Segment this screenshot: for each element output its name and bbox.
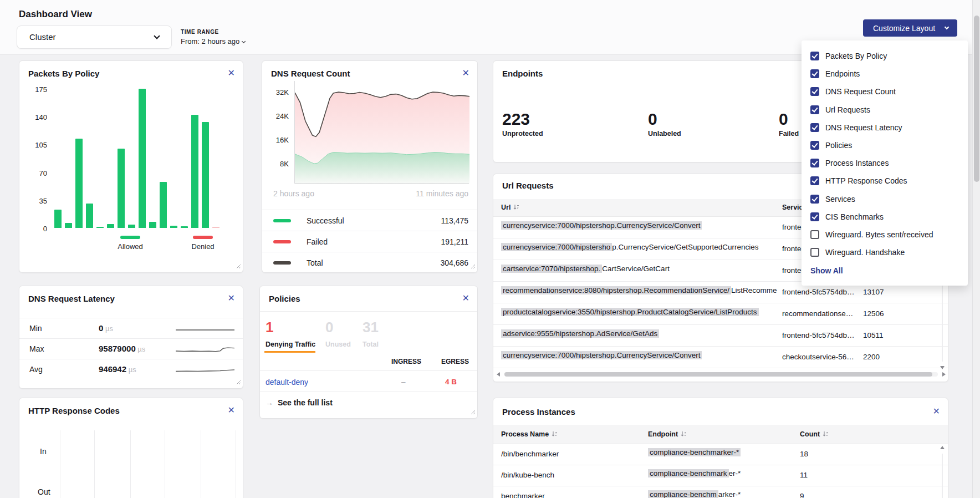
active-stat-underline: [264, 351, 315, 353]
checkbox-checked-icon[interactable]: [810, 159, 819, 167]
menu-item-label: Packets By Policy: [825, 52, 887, 60]
divider: [260, 311, 477, 312]
legend-swatch-total: [273, 261, 291, 265]
page-title: Dashboard View: [19, 9, 92, 20]
see-full-list-link[interactable]: →See the full list: [266, 398, 333, 407]
checkbox-checked-icon[interactable]: [810, 212, 819, 221]
chevron-down-icon: [154, 33, 160, 39]
table-row[interactable]: adservice:9555/hipstershop.AdService/Get…: [493, 325, 948, 347]
resize-handle-icon[interactable]: [236, 377, 241, 387]
table-row[interactable]: /bin/kube-benchcompliance-benchmarker-*1…: [493, 465, 948, 486]
x-axis-label-start: 2 hours ago: [273, 189, 314, 198]
time-range-value[interactable]: From: 2 hours ago: [181, 37, 245, 45]
column-header-endpoint[interactable]: Endpoint: [648, 430, 687, 439]
policy-link-default-deny[interactable]: default-deny: [266, 378, 308, 387]
count-cell: 10511: [863, 331, 902, 339]
table-row[interactable]: productcatalogservice:3550/hipstershop.P…: [493, 303, 948, 325]
url-highlight: currencyservice:7000/hipstershop.Currenc…: [501, 221, 702, 230]
page-scrollbar[interactable]: [972, 0, 980, 498]
endpoint-highlight: compliance-benchmarker-*: [648, 448, 741, 456]
customize-layout-label: Customize Layout: [873, 24, 935, 33]
checkbox-checked-icon[interactable]: [810, 141, 819, 150]
endpoint-highlight: compliance-benchm: [648, 490, 718, 498]
card-process-instances: Process Instances ✕ Process NameEndpoint…: [493, 398, 948, 498]
gridline: [201, 430, 201, 498]
count-cell: 18: [800, 450, 839, 458]
checkbox-checked-icon[interactable]: [810, 176, 819, 185]
count-cell: 11: [800, 471, 839, 479]
resize-handle-icon[interactable]: [471, 261, 476, 271]
card-packets-by-policy: Packets By Policy ✕ 17514010570350 Allow…: [19, 60, 243, 273]
checkbox-unchecked-icon[interactable]: [810, 230, 819, 239]
table-row[interactable]: /bin/benchmarkercompliance-benchmarker-*…: [493, 444, 948, 465]
table-row[interactable]: benchmarkercompliance-benchmarker-*9: [493, 486, 948, 498]
stat-value: 0: [779, 110, 799, 129]
url-cell: currencyservice:7000/hipstershop.Currenc…: [501, 243, 777, 251]
divider: [260, 392, 477, 392]
scrollbar-thumb[interactable]: [504, 372, 932, 377]
legend-row: Failed191,211: [262, 231, 477, 252]
menu-item-label: HTTP Response Codes: [825, 176, 907, 185]
checkbox-checked-icon[interactable]: [810, 105, 819, 114]
count-cell: 13107: [863, 288, 902, 296]
checkbox-checked-icon[interactable]: [810, 195, 819, 204]
url-highlight: productcatalogservice:3550/hipstershop.P…: [501, 308, 759, 316]
scrollbar-thumb[interactable]: [974, 16, 979, 182]
menu-item-label: Process Instances: [825, 159, 889, 167]
process-table-vertical-scrollbar[interactable]: [940, 446, 945, 498]
policy-egress-value: 4 B: [445, 378, 457, 386]
bar-allowed: [75, 139, 83, 228]
y-axis-tick-label: 8K: [263, 160, 289, 168]
scroll-left-arrow-icon[interactable]: [497, 372, 500, 377]
table-row[interactable]: currencyservice:7000/hipstershop.Currenc…: [493, 347, 948, 368]
close-icon[interactable]: ✕: [462, 293, 469, 304]
legend-row: Total304,686: [262, 252, 477, 273]
endpoint-rest: er-*: [729, 469, 741, 477]
customize-layout-button[interactable]: Customize Layout: [863, 19, 957, 37]
latency-label: Max: [29, 344, 44, 353]
checkbox-checked-icon[interactable]: [810, 52, 819, 60]
scroll-right-arrow-icon[interactable]: [942, 372, 946, 377]
checkbox-unchecked-icon[interactable]: [810, 248, 819, 257]
menu-item-label: Wireguard. Handshake: [825, 248, 905, 257]
count-cell: 12506: [863, 309, 902, 318]
checkbox-checked-icon[interactable]: [810, 87, 819, 96]
resize-handle-icon[interactable]: [236, 261, 241, 271]
show-all-link[interactable]: Show All: [810, 266, 843, 275]
service-cell: frontend-5fc5754db…: [782, 331, 860, 339]
column-header-url[interactable]: Url: [501, 204, 519, 212]
url-rest: ListRecommendations: [731, 286, 777, 294]
close-icon[interactable]: ✕: [228, 293, 235, 304]
policy-stat-total: 31Total: [363, 319, 379, 348]
url-table-horizontal-scrollbar[interactable]: [497, 371, 946, 378]
bar-chart: [54, 61, 243, 272]
checkbox-checked-icon[interactable]: [810, 123, 819, 132]
sort-icon: [681, 431, 687, 439]
bar-allowed: [54, 210, 62, 228]
column-header-count[interactable]: Count: [800, 430, 829, 439]
stat-value: 0: [325, 319, 351, 336]
close-icon[interactable]: ✕: [933, 406, 940, 417]
column-header-process-name[interactable]: Process Name: [501, 430, 558, 439]
y-axis-tick-label: 24K: [263, 112, 289, 120]
scroll-down-arrow-icon[interactable]: [940, 366, 945, 369]
chevron-down-icon: [242, 39, 246, 43]
view-selector-value: Cluster: [29, 32, 56, 42]
close-icon[interactable]: ✕: [228, 405, 235, 416]
latency-value: 95879000 µs: [99, 344, 145, 353]
view-selector-dropdown[interactable]: Cluster: [17, 26, 172, 49]
checkbox-checked-icon[interactable]: [810, 69, 819, 78]
process-name-cell: /bin/kube-bench: [501, 471, 640, 479]
menu-item-label: DNS Request Latency: [825, 123, 902, 132]
gridline: [165, 430, 165, 498]
bar-allowed: [139, 89, 146, 228]
close-icon[interactable]: ✕: [462, 68, 469, 79]
menu-item-label: Url Requests: [825, 105, 870, 114]
scroll-up-arrow-icon[interactable]: [940, 446, 945, 449]
gridline: [94, 430, 95, 498]
bar-allowed: [170, 226, 177, 228]
policy-stat-denying-traffic[interactable]: 1Denying Traffic: [266, 319, 315, 348]
resize-handle-icon[interactable]: [471, 407, 476, 417]
endpoint-highlight: compliance-benchmark: [648, 469, 729, 477]
legend-swatch-failed: [273, 240, 291, 243]
